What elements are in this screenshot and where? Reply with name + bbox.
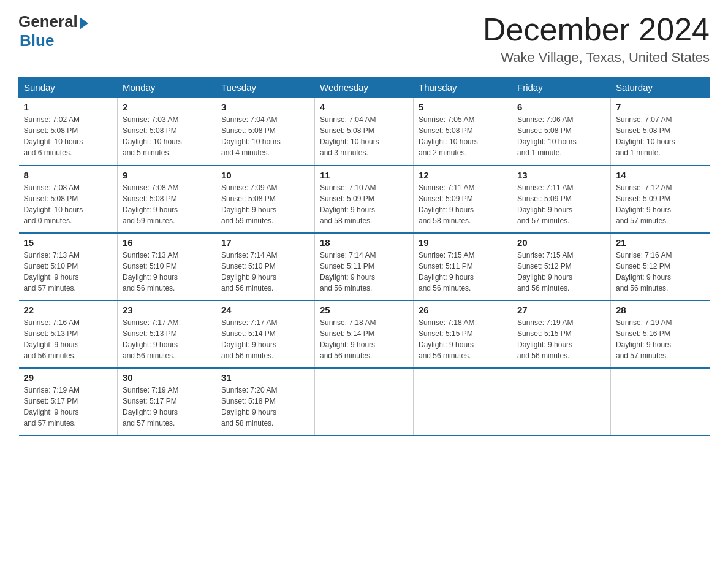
day-header-saturday: Saturday [611,77,710,98]
day-info: Sunrise: 7:14 AM Sunset: 5:11 PM Dayligh… [320,250,408,294]
calendar-cell: 2Sunrise: 7:03 AM Sunset: 5:08 PM Daylig… [118,98,216,166]
calendar-cell [414,368,512,435]
day-number: 3 [221,102,309,112]
day-info: Sunrise: 7:19 AM Sunset: 5:16 PM Dayligh… [616,317,705,361]
day-info: Sunrise: 7:16 AM Sunset: 5:13 PM Dayligh… [24,317,113,361]
calendar-cell: 8Sunrise: 7:08 AM Sunset: 5:08 PM Daylig… [19,166,118,233]
day-info: Sunrise: 7:18 AM Sunset: 5:14 PM Dayligh… [320,317,408,361]
day-number: 28 [616,305,705,315]
title-section: December 2024 Wake Village, Texas, Unite… [483,12,710,66]
calendar-week-row: 1Sunrise: 7:02 AM Sunset: 5:08 PM Daylig… [19,98,710,166]
logo: General Blue [18,12,88,50]
day-number: 29 [24,372,113,383]
day-info: Sunrise: 7:11 AM Sunset: 5:09 PM Dayligh… [517,182,605,226]
day-info: Sunrise: 7:04 AM Sunset: 5:08 PM Dayligh… [320,114,408,158]
calendar-cell: 27Sunrise: 7:19 AM Sunset: 5:15 PM Dayli… [512,301,611,368]
day-info: Sunrise: 7:08 AM Sunset: 5:08 PM Dayligh… [24,182,113,226]
day-number: 16 [123,237,211,248]
day-number: 1 [24,102,113,112]
calendar-cell: 20Sunrise: 7:15 AM Sunset: 5:12 PM Dayli… [512,233,611,301]
day-info: Sunrise: 7:19 AM Sunset: 5:17 PM Dayligh… [24,385,113,429]
day-header-thursday: Thursday [414,77,512,98]
day-info: Sunrise: 7:11 AM Sunset: 5:09 PM Dayligh… [419,182,507,226]
day-number: 21 [616,237,705,248]
day-info: Sunrise: 7:12 AM Sunset: 5:09 PM Dayligh… [616,182,705,226]
day-number: 27 [517,305,605,315]
day-info: Sunrise: 7:17 AM Sunset: 5:14 PM Dayligh… [221,317,309,361]
calendar-cell: 17Sunrise: 7:14 AM Sunset: 5:10 PM Dayli… [216,233,315,301]
calendar-cell: 6Sunrise: 7:06 AM Sunset: 5:08 PM Daylig… [512,98,611,166]
day-number: 23 [123,305,211,315]
calendar-cell: 5Sunrise: 7:05 AM Sunset: 5:08 PM Daylig… [414,98,512,166]
day-header-friday: Friday [512,77,611,98]
calendar-table: SundayMondayTuesdayWednesdayThursdayFrid… [18,77,710,436]
calendar-cell: 23Sunrise: 7:17 AM Sunset: 5:13 PM Dayli… [118,301,216,368]
day-header-tuesday: Tuesday [216,77,315,98]
day-info: Sunrise: 7:15 AM Sunset: 5:11 PM Dayligh… [419,250,507,294]
calendar-cell: 30Sunrise: 7:19 AM Sunset: 5:17 PM Dayli… [118,368,216,435]
day-number: 10 [221,170,309,180]
calendar-cell: 16Sunrise: 7:13 AM Sunset: 5:10 PM Dayli… [118,233,216,301]
calendar-cell: 11Sunrise: 7:10 AM Sunset: 5:09 PM Dayli… [315,166,414,233]
day-info: Sunrise: 7:10 AM Sunset: 5:09 PM Dayligh… [320,182,408,226]
day-number: 20 [517,237,605,248]
calendar-cell [512,368,611,435]
day-info: Sunrise: 7:14 AM Sunset: 5:10 PM Dayligh… [221,250,309,294]
day-number: 25 [320,305,408,315]
day-info: Sunrise: 7:19 AM Sunset: 5:15 PM Dayligh… [517,317,605,361]
day-header-wednesday: Wednesday [315,77,414,98]
day-info: Sunrise: 7:08 AM Sunset: 5:08 PM Dayligh… [123,182,211,226]
month-title: December 2024 [483,12,710,47]
day-number: 7 [616,102,705,112]
day-number: 24 [221,305,309,315]
calendar-week-row: 8Sunrise: 7:08 AM Sunset: 5:08 PM Daylig… [19,166,710,233]
calendar-cell: 29Sunrise: 7:19 AM Sunset: 5:17 PM Dayli… [19,368,118,435]
day-number: 4 [320,102,408,112]
calendar-cell: 14Sunrise: 7:12 AM Sunset: 5:09 PM Dayli… [611,166,710,233]
calendar-cell [315,368,414,435]
day-number: 31 [221,372,309,383]
day-info: Sunrise: 7:03 AM Sunset: 5:08 PM Dayligh… [123,114,211,158]
calendar-cell [611,368,710,435]
calendar-cell: 12Sunrise: 7:11 AM Sunset: 5:09 PM Dayli… [414,166,512,233]
page-header: General Blue December 2024 Wake Village,… [18,12,710,66]
day-number: 18 [320,237,408,248]
calendar-cell: 19Sunrise: 7:15 AM Sunset: 5:11 PM Dayli… [414,233,512,301]
day-header-monday: Monday [118,77,216,98]
day-number: 14 [616,170,705,180]
calendar-header-row: SundayMondayTuesdayWednesdayThursdayFrid… [19,77,710,98]
calendar-week-row: 22Sunrise: 7:16 AM Sunset: 5:13 PM Dayli… [19,301,710,368]
calendar-cell: 22Sunrise: 7:16 AM Sunset: 5:13 PM Dayli… [19,301,118,368]
logo-general-text: General [18,12,78,31]
calendar-cell: 28Sunrise: 7:19 AM Sunset: 5:16 PM Dayli… [611,301,710,368]
day-info: Sunrise: 7:19 AM Sunset: 5:17 PM Dayligh… [123,385,211,429]
day-number: 26 [419,305,507,315]
day-number: 11 [320,170,408,180]
day-info: Sunrise: 7:09 AM Sunset: 5:08 PM Dayligh… [221,182,309,226]
calendar-week-row: 29Sunrise: 7:19 AM Sunset: 5:17 PM Dayli… [19,368,710,435]
calendar-cell: 1Sunrise: 7:02 AM Sunset: 5:08 PM Daylig… [19,98,118,166]
calendar-cell: 4Sunrise: 7:04 AM Sunset: 5:08 PM Daylig… [315,98,414,166]
day-number: 22 [24,305,113,315]
calendar-cell: 9Sunrise: 7:08 AM Sunset: 5:08 PM Daylig… [118,166,216,233]
logo-arrow-icon [80,17,88,29]
day-number: 6 [517,102,605,112]
calendar-cell: 3Sunrise: 7:04 AM Sunset: 5:08 PM Daylig… [216,98,315,166]
calendar-cell: 25Sunrise: 7:18 AM Sunset: 5:14 PM Dayli… [315,301,414,368]
calendar-cell: 13Sunrise: 7:11 AM Sunset: 5:09 PM Dayli… [512,166,611,233]
day-info: Sunrise: 7:07 AM Sunset: 5:08 PM Dayligh… [616,114,705,158]
day-number: 9 [123,170,211,180]
calendar-cell: 18Sunrise: 7:14 AM Sunset: 5:11 PM Dayli… [315,233,414,301]
day-number: 12 [419,170,507,180]
day-info: Sunrise: 7:15 AM Sunset: 5:12 PM Dayligh… [517,250,605,294]
location-subtitle: Wake Village, Texas, United States [483,50,710,66]
day-number: 30 [123,372,211,383]
calendar-cell: 21Sunrise: 7:16 AM Sunset: 5:12 PM Dayli… [611,233,710,301]
day-number: 8 [24,170,113,180]
day-number: 17 [221,237,309,248]
day-info: Sunrise: 7:05 AM Sunset: 5:08 PM Dayligh… [419,114,507,158]
day-info: Sunrise: 7:18 AM Sunset: 5:15 PM Dayligh… [419,317,507,361]
day-info: Sunrise: 7:04 AM Sunset: 5:08 PM Dayligh… [221,114,309,158]
calendar-cell: 24Sunrise: 7:17 AM Sunset: 5:14 PM Dayli… [216,301,315,368]
day-info: Sunrise: 7:06 AM Sunset: 5:08 PM Dayligh… [517,114,605,158]
